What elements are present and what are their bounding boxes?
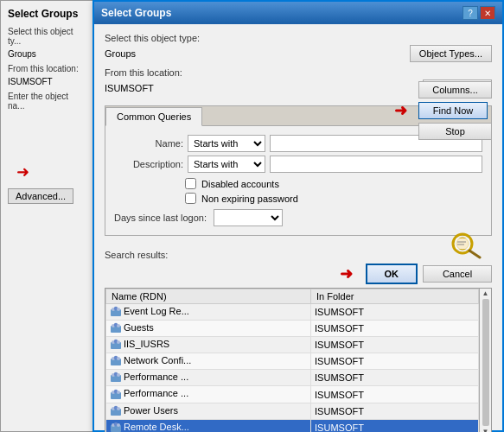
object-type-row: Groups Object Types... bbox=[105, 45, 492, 62]
cell-folder: ISUMSOFT bbox=[311, 304, 479, 321]
table-row[interactable]: Network Confi...ISUMSOFT bbox=[106, 353, 479, 370]
bg-object-type-label: Select this object ty... bbox=[8, 27, 87, 46]
non-expiring-checkbox[interactable]: Non expiring password bbox=[185, 193, 482, 204]
location-value: ISUMSOFT bbox=[105, 83, 423, 93]
search-results-label: Search results: bbox=[94, 246, 502, 262]
table-row[interactable]: Event Log Re...ISUMSOFT bbox=[106, 304, 479, 321]
help-button[interactable]: ? bbox=[463, 6, 478, 20]
group-icon bbox=[110, 306, 122, 318]
title-bar-controls: ? ✕ bbox=[463, 6, 495, 20]
group-icon bbox=[110, 322, 122, 334]
checkboxes-area: Disabled accounts Non expiring password bbox=[114, 178, 482, 204]
object-type-section: Select this object type: Groups Object T… bbox=[105, 33, 492, 62]
table-row[interactable]: Performance ...ISUMSOFT bbox=[106, 370, 479, 386]
col-header-folder: In Folder bbox=[311, 289, 479, 304]
scrollbar[interactable]: ▲ ▼ bbox=[479, 289, 491, 432]
cell-folder: ISUMSOFT bbox=[311, 419, 479, 432]
dialog-title: Select Groups bbox=[101, 7, 171, 19]
tab-common-queries[interactable]: Common Queries bbox=[105, 107, 202, 126]
scroll-down-arrow[interactable]: ▼ bbox=[482, 428, 489, 432]
table-row[interactable]: GuestsISUMSOFT bbox=[106, 321, 479, 337]
group-icon bbox=[110, 405, 122, 417]
search-icon-area bbox=[449, 230, 487, 261]
bg-panel-title: Select Groups bbox=[8, 8, 87, 20]
bg-enter-label: Enter the object na... bbox=[8, 92, 87, 111]
days-label: Days since last logon: bbox=[114, 213, 207, 223]
bg-object-type-value: Groups bbox=[8, 49, 87, 59]
cell-name: Event Log Re... bbox=[106, 304, 311, 321]
cell-name: Network Confi... bbox=[106, 353, 311, 370]
title-bar: Select Groups ? ✕ bbox=[94, 2, 502, 24]
cell-name: Power Users bbox=[106, 403, 311, 419]
group-icon bbox=[110, 422, 122, 432]
svg-point-29 bbox=[117, 391, 120, 394]
table-row[interactable]: Power UsersISUMSOFT bbox=[106, 403, 479, 419]
results-wrapper: Name (RDN) In Folder Event Log Re...ISUM… bbox=[105, 288, 492, 432]
cell-folder: ISUMSOFT bbox=[311, 321, 479, 337]
cell-name: Performance ... bbox=[106, 386, 311, 403]
cell-folder: ISUMSOFT bbox=[311, 403, 479, 419]
name-label: Name: bbox=[114, 138, 183, 149]
object-type-label: Select this object type: bbox=[105, 33, 492, 43]
table-row[interactable]: IIS_IUSRSISUMSOFT bbox=[106, 337, 479, 353]
ok-button[interactable]: OK bbox=[366, 264, 418, 284]
cancel-button[interactable]: Cancel bbox=[423, 265, 492, 283]
table-row[interactable]: Performance ...ISUMSOFT bbox=[106, 386, 479, 403]
description-dropdown[interactable]: Starts with bbox=[188, 156, 265, 173]
columns-button[interactable]: Columns... bbox=[418, 81, 492, 98]
find-now-arrow-icon: ➜ bbox=[394, 101, 407, 120]
svg-point-37 bbox=[117, 423, 120, 427]
svg-point-17 bbox=[117, 340, 120, 344]
ok-button-container: ➜ OK bbox=[366, 264, 418, 284]
group-icon bbox=[110, 372, 122, 384]
col-header-name: Name (RDN) bbox=[106, 289, 311, 304]
background-panel: Select Groups Select this object ty... G… bbox=[0, 0, 95, 432]
ok-cancel-area: ➜ OK Cancel bbox=[94, 262, 502, 288]
stop-button[interactable]: Stop bbox=[418, 123, 492, 140]
table-row[interactable]: Remote Desk...ISUMSOFT bbox=[106, 419, 479, 432]
scroll-up-arrow[interactable]: ▲ bbox=[482, 289, 489, 297]
right-buttons: Columns... ➜ Find Now Stop bbox=[418, 81, 492, 140]
bg-arrow-icon: ➜ bbox=[16, 162, 87, 181]
find-now-container: ➜ Find Now bbox=[418, 102, 492, 119]
select-groups-dialog: Select Groups ? ✕ Select this object typ… bbox=[93, 0, 504, 432]
object-type-value: Groups bbox=[105, 48, 410, 59]
cell-name: Remote Desk... bbox=[106, 419, 311, 432]
svg-point-33 bbox=[117, 407, 120, 410]
svg-line-2 bbox=[469, 251, 480, 257]
bg-location-label: From this location: bbox=[8, 64, 87, 73]
cell-folder: ISUMSOFT bbox=[311, 386, 479, 403]
cell-name: Performance ... bbox=[106, 370, 311, 386]
group-icon bbox=[110, 355, 122, 367]
cell-name: Guests bbox=[106, 321, 311, 337]
svg-point-21 bbox=[117, 357, 120, 360]
results-table: Name (RDN) In Folder Event Log Re...ISUM… bbox=[105, 289, 479, 432]
name-dropdown[interactable]: Starts with bbox=[188, 135, 265, 152]
svg-point-25 bbox=[117, 373, 120, 377]
days-row: Days since last logon: bbox=[114, 209, 482, 226]
cell-folder: ISUMSOFT bbox=[311, 337, 479, 353]
search-magnifier-icon bbox=[449, 230, 487, 259]
cell-folder: ISUMSOFT bbox=[311, 370, 479, 386]
group-icon bbox=[110, 339, 122, 351]
description-label: Description: bbox=[114, 159, 183, 169]
svg-point-13 bbox=[117, 324, 120, 327]
bg-advanced-button[interactable]: Advanced... bbox=[8, 188, 73, 204]
scroll-thumb[interactable] bbox=[482, 299, 489, 426]
location-label: From this location: bbox=[105, 67, 492, 78]
svg-rect-3 bbox=[456, 238, 469, 249]
cell-folder: ISUMSOFT bbox=[311, 353, 479, 370]
cell-name: IIS_IUSRS bbox=[106, 337, 311, 353]
days-select[interactable] bbox=[214, 209, 283, 226]
bg-location-value: ISUMSOFT bbox=[8, 77, 87, 86]
object-types-button[interactable]: Object Types... bbox=[410, 45, 492, 62]
tab-content: Name: Starts with Description: Starts wi… bbox=[105, 126, 491, 235]
description-input[interactable] bbox=[270, 156, 482, 173]
disabled-accounts-checkbox[interactable]: Disabled accounts bbox=[185, 178, 482, 189]
group-icon bbox=[110, 389, 122, 401]
ok-arrow-icon: ➜ bbox=[340, 264, 353, 283]
svg-point-9 bbox=[117, 308, 120, 311]
find-now-button[interactable]: Find Now bbox=[418, 102, 488, 119]
description-row: Description: Starts with bbox=[114, 156, 482, 173]
close-button[interactable]: ✕ bbox=[480, 6, 495, 20]
